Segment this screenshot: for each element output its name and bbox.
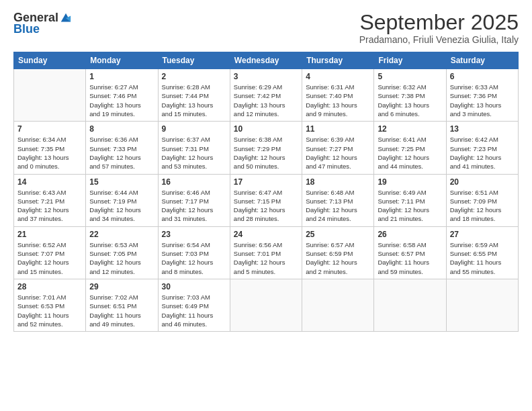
calendar-cell: 19Sunrise: 6:49 AMSunset: 7:11 PMDayligh… xyxy=(374,174,446,226)
day-number: 26 xyxy=(378,230,442,239)
calendar-header-saturday: Saturday xyxy=(446,52,518,69)
calendar-header-monday: Monday xyxy=(86,52,158,69)
calendar-cell: 16Sunrise: 6:46 AMSunset: 7:17 PMDayligh… xyxy=(158,174,230,226)
calendar-table: SundayMondayTuesdayWednesdayThursdayFrid… xyxy=(13,52,519,332)
day-info: Sunrise: 6:43 AMSunset: 7:21 PMDaylight:… xyxy=(17,188,82,224)
day-info: Sunrise: 6:48 AMSunset: 7:13 PMDaylight:… xyxy=(306,188,370,224)
day-number: 17 xyxy=(234,177,298,187)
day-info: Sunrise: 6:42 AMSunset: 7:23 PMDaylight:… xyxy=(450,135,515,171)
calendar-body: 1Sunrise: 6:27 AMSunset: 7:46 PMDaylight… xyxy=(14,69,519,332)
day-number: 25 xyxy=(306,230,370,239)
day-number: 2 xyxy=(162,72,226,81)
day-number: 16 xyxy=(162,177,226,187)
calendar-cell xyxy=(302,279,374,331)
calendar-cell: 7Sunrise: 6:34 AMSunset: 7:35 PMDaylight… xyxy=(14,122,86,174)
day-number: 3 xyxy=(234,72,298,81)
day-number: 9 xyxy=(162,124,226,134)
day-info: Sunrise: 6:41 AMSunset: 7:25 PMDaylight:… xyxy=(378,135,442,171)
day-info: Sunrise: 6:49 AMSunset: 7:11 PMDaylight:… xyxy=(378,188,442,224)
day-info: Sunrise: 6:52 AMSunset: 7:07 PMDaylight:… xyxy=(17,240,82,276)
day-info: Sunrise: 6:32 AMSunset: 7:38 PMDaylight:… xyxy=(378,83,442,118)
day-number: 19 xyxy=(378,177,442,187)
calendar-cell: 3Sunrise: 6:29 AMSunset: 7:42 PMDaylight… xyxy=(230,69,302,122)
calendar-header-row: SundayMondayTuesdayWednesdayThursdayFrid… xyxy=(14,52,519,69)
logo-icon xyxy=(60,12,72,24)
day-number: 22 xyxy=(89,230,154,239)
day-number: 24 xyxy=(234,230,298,239)
day-info: Sunrise: 6:47 AMSunset: 7:15 PMDaylight:… xyxy=(234,188,298,224)
calendar-week-5: 28Sunrise: 7:01 AMSunset: 6:53 PMDayligh… xyxy=(14,279,519,331)
day-info: Sunrise: 6:51 AMSunset: 7:09 PMDaylight:… xyxy=(450,188,515,224)
calendar-header-tuesday: Tuesday xyxy=(158,52,230,69)
day-number: 5 xyxy=(378,72,442,81)
calendar-header-sunday: Sunday xyxy=(14,52,86,69)
calendar-cell: 22Sunrise: 6:53 AMSunset: 7:05 PMDayligh… xyxy=(86,226,158,279)
calendar-cell: 18Sunrise: 6:48 AMSunset: 7:13 PMDayligh… xyxy=(302,174,374,226)
calendar-week-3: 14Sunrise: 6:43 AMSunset: 7:21 PMDayligh… xyxy=(14,174,519,226)
calendar-cell xyxy=(374,279,446,331)
calendar-cell: 17Sunrise: 6:47 AMSunset: 7:15 PMDayligh… xyxy=(230,174,302,226)
day-info: Sunrise: 6:31 AMSunset: 7:40 PMDaylight:… xyxy=(306,83,370,118)
logo: General Blue xyxy=(13,11,72,36)
day-number: 29 xyxy=(89,282,154,291)
calendar-week-4: 21Sunrise: 6:52 AMSunset: 7:07 PMDayligh… xyxy=(14,226,519,279)
calendar-cell: 1Sunrise: 6:27 AMSunset: 7:46 PMDaylight… xyxy=(86,69,158,122)
logo-blue-text: Blue xyxy=(13,22,40,36)
day-info: Sunrise: 6:33 AMSunset: 7:36 PMDaylight:… xyxy=(450,83,515,118)
day-info: Sunrise: 6:56 AMSunset: 7:01 PMDaylight:… xyxy=(234,240,298,276)
day-number: 13 xyxy=(450,124,515,134)
day-number: 6 xyxy=(450,72,515,81)
calendar-cell xyxy=(230,279,302,331)
day-info: Sunrise: 6:28 AMSunset: 7:44 PMDaylight:… xyxy=(162,83,226,118)
calendar-cell: 30Sunrise: 7:03 AMSunset: 6:49 PMDayligh… xyxy=(158,279,230,331)
day-number: 30 xyxy=(162,282,226,291)
day-info: Sunrise: 6:58 AMSunset: 6:57 PMDaylight:… xyxy=(378,240,442,276)
calendar-cell: 9Sunrise: 6:37 AMSunset: 7:31 PMDaylight… xyxy=(158,122,230,174)
calendar-header-friday: Friday xyxy=(374,52,446,69)
calendar-cell: 8Sunrise: 6:36 AMSunset: 7:33 PMDaylight… xyxy=(86,122,158,174)
day-number: 7 xyxy=(17,124,82,134)
day-info: Sunrise: 6:54 AMSunset: 7:03 PMDaylight:… xyxy=(162,240,226,276)
calendar-cell: 14Sunrise: 6:43 AMSunset: 7:21 PMDayligh… xyxy=(14,174,86,226)
day-number: 15 xyxy=(89,177,154,187)
calendar-cell: 15Sunrise: 6:44 AMSunset: 7:19 PMDayligh… xyxy=(86,174,158,226)
day-info: Sunrise: 7:03 AMSunset: 6:49 PMDaylight:… xyxy=(162,293,226,328)
day-info: Sunrise: 6:59 AMSunset: 6:55 PMDaylight:… xyxy=(450,240,515,276)
calendar-week-1: 1Sunrise: 6:27 AMSunset: 7:46 PMDaylight… xyxy=(14,69,519,122)
calendar-cell: 6Sunrise: 6:33 AMSunset: 7:36 PMDaylight… xyxy=(446,69,518,122)
calendar-cell: 29Sunrise: 7:02 AMSunset: 6:51 PMDayligh… xyxy=(86,279,158,331)
month-title: September 2025 xyxy=(359,11,519,34)
calendar-cell: 21Sunrise: 6:52 AMSunset: 7:07 PMDayligh… xyxy=(14,226,86,279)
calendar-cell: 27Sunrise: 6:59 AMSunset: 6:55 PMDayligh… xyxy=(446,226,518,279)
day-number: 18 xyxy=(306,177,370,187)
calendar-cell: 10Sunrise: 6:38 AMSunset: 7:29 PMDayligh… xyxy=(230,122,302,174)
day-info: Sunrise: 6:38 AMSunset: 7:29 PMDaylight:… xyxy=(234,135,298,171)
day-number: 11 xyxy=(306,124,370,134)
calendar-cell: 28Sunrise: 7:01 AMSunset: 6:53 PMDayligh… xyxy=(14,279,86,331)
day-info: Sunrise: 6:53 AMSunset: 7:05 PMDaylight:… xyxy=(89,240,154,276)
day-info: Sunrise: 6:29 AMSunset: 7:42 PMDaylight:… xyxy=(234,83,298,118)
day-number: 21 xyxy=(17,230,82,239)
calendar-cell xyxy=(446,279,518,331)
calendar-cell: 2Sunrise: 6:28 AMSunset: 7:44 PMDaylight… xyxy=(158,69,230,122)
day-number: 12 xyxy=(378,124,442,134)
calendar-cell: 13Sunrise: 6:42 AMSunset: 7:23 PMDayligh… xyxy=(446,122,518,174)
day-number: 27 xyxy=(450,230,515,239)
day-info: Sunrise: 6:36 AMSunset: 7:33 PMDaylight:… xyxy=(89,135,154,171)
calendar-cell: 5Sunrise: 6:32 AMSunset: 7:38 PMDaylight… xyxy=(374,69,446,122)
calendar-cell: 23Sunrise: 6:54 AMSunset: 7:03 PMDayligh… xyxy=(158,226,230,279)
header: General Blue September 2025 Pradamano, F… xyxy=(13,11,519,45)
day-number: 4 xyxy=(306,72,370,81)
day-info: Sunrise: 6:57 AMSunset: 6:59 PMDaylight:… xyxy=(306,240,370,276)
calendar-cell: 4Sunrise: 6:31 AMSunset: 7:40 PMDaylight… xyxy=(302,69,374,122)
calendar-cell: 11Sunrise: 6:39 AMSunset: 7:27 PMDayligh… xyxy=(302,122,374,174)
calendar-cell: 20Sunrise: 6:51 AMSunset: 7:09 PMDayligh… xyxy=(446,174,518,226)
day-number: 23 xyxy=(162,230,226,239)
day-info: Sunrise: 6:34 AMSunset: 7:35 PMDaylight:… xyxy=(17,135,82,171)
day-info: Sunrise: 7:01 AMSunset: 6:53 PMDaylight:… xyxy=(17,293,82,328)
calendar-cell: 26Sunrise: 6:58 AMSunset: 6:57 PMDayligh… xyxy=(374,226,446,279)
day-number: 10 xyxy=(234,124,298,134)
title-section: September 2025 Pradamano, Friuli Venezia… xyxy=(359,11,519,45)
calendar-header-thursday: Thursday xyxy=(302,52,374,69)
calendar-page: General Blue September 2025 Pradamano, F… xyxy=(0,0,532,411)
